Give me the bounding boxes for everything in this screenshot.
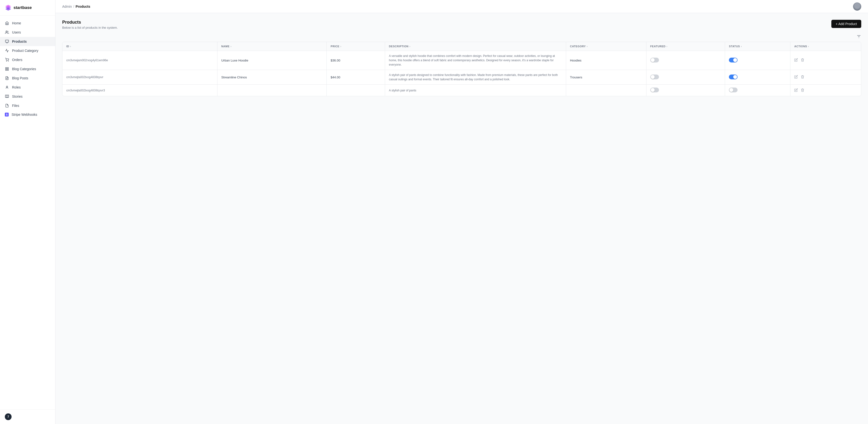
cell-featured[interactable] [646, 51, 725, 70]
featured-toggle[interactable] [650, 88, 659, 92]
sidebar-item-stripe-webhooks[interactable]: S Stripe Webhooks [0, 110, 55, 119]
delete-icon[interactable] [801, 88, 804, 93]
delete-icon[interactable] [801, 75, 804, 79]
delete-icon[interactable] [801, 58, 804, 62]
sidebar-item-orders[interactable]: Orders [0, 55, 55, 64]
avatar-image [853, 2, 861, 10]
sort-arrow-id: › [70, 45, 71, 48]
sidebar-item-blog-posts[interactable]: Blog Posts [0, 73, 55, 83]
stories-icon [5, 94, 9, 99]
blog-posts-icon [5, 76, 9, 80]
svg-point-7 [8, 61, 8, 61]
products-table-wrapper: ID › NAME › PRICE [62, 42, 861, 96]
app-name: startbase [13, 5, 32, 10]
sidebar-item-files[interactable]: Files [0, 101, 55, 110]
cell-featured[interactable] [646, 85, 725, 96]
sidebar-item-product-category-label: Product Category [12, 49, 38, 53]
cell-description: A stylish pair of pants designed to comb… [385, 70, 566, 85]
bottom-badge[interactable]: 7 [5, 414, 11, 420]
content-area: Products Below is a list of products in … [56, 13, 868, 424]
sidebar-item-users[interactable]: Users [0, 28, 55, 37]
sidebar-item-home-label: Home [12, 21, 21, 25]
sidebar-item-blog-categories[interactable]: Blog Categories [0, 64, 55, 73]
edit-icon[interactable] [794, 75, 798, 79]
home-icon [5, 21, 9, 25]
sort-arrow-desc: › [409, 45, 410, 48]
col-header-status[interactable]: STATUS › [725, 42, 790, 51]
col-header-price[interactable]: PRICE › [327, 42, 385, 51]
col-header-featured[interactable]: FEATURED › [646, 42, 725, 51]
cell-id: cm3vmejta002txog4838tqxvr [62, 70, 217, 85]
sidebar-nav: Home Users Products Product Category Ord [0, 16, 55, 409]
topbar: Admin / Products [56, 0, 868, 13]
sidebar-item-files-label: Files [12, 104, 19, 108]
main-area: Admin / Products Products Below is a lis… [56, 0, 868, 424]
cell-id: cm3vmejam002rxog4y61wm96e [62, 51, 217, 70]
sort-arrow-status: › [741, 45, 742, 48]
col-header-description[interactable]: DESCRIPTION › [385, 42, 566, 51]
table-row: cm3vmejta002txog4838tqxvrStreamline Chin… [62, 70, 861, 85]
cell-price: $44.00 [327, 70, 385, 85]
featured-toggle[interactable] [650, 58, 659, 62]
col-header-id[interactable]: ID › [62, 42, 217, 51]
cell-status[interactable] [725, 51, 790, 70]
breadcrumb-parent[interactable]: Admin [62, 5, 72, 8]
cell-category: Trousers [566, 70, 646, 85]
products-table: ID › NAME › PRICE [62, 42, 861, 96]
sidebar: startbase Home Users Products Product C [0, 0, 56, 424]
sidebar-item-products[interactable]: Products [0, 37, 55, 46]
roles-icon [5, 85, 9, 89]
filter-icon[interactable] [857, 34, 861, 40]
cell-name: Urban Luxe Hoodie [217, 51, 327, 70]
status-toggle[interactable] [729, 58, 738, 62]
breadcrumb-separator: / [73, 5, 74, 8]
cell-category [566, 85, 646, 96]
sort-arrow-cat: › [587, 45, 588, 48]
cell-status[interactable] [725, 70, 790, 85]
cell-description: A versatile and stylish hoodie that comb… [385, 51, 566, 70]
status-toggle[interactable] [729, 88, 738, 92]
table-row: cm3vmejam002rxog4y61wm96eUrban Luxe Hood… [62, 51, 861, 70]
sort-arrow-name: › [230, 45, 231, 48]
cell-name [217, 85, 327, 96]
svg-rect-9 [7, 67, 8, 69]
col-header-category[interactable]: CATEGORY › [566, 42, 646, 51]
add-product-button[interactable]: + Add Product [831, 20, 861, 28]
user-avatar[interactable] [853, 2, 861, 10]
sidebar-item-stripe-webhooks-label: Stripe Webhooks [11, 113, 37, 117]
sidebar-item-products-label: Products [12, 39, 27, 43]
table-header: ID › NAME › PRICE [62, 42, 861, 51]
page-subtitle: Below is a list of products in the syste… [62, 26, 118, 29]
cell-featured[interactable] [646, 70, 725, 85]
sidebar-item-home[interactable]: Home [0, 19, 55, 28]
blog-categories-icon [5, 67, 9, 71]
svg-rect-11 [7, 69, 8, 70]
col-header-actions[interactable]: ACTIONS › [790, 42, 861, 51]
cell-actions [790, 51, 861, 70]
svg-point-14 [6, 86, 7, 87]
status-toggle[interactable] [729, 74, 738, 79]
col-header-name[interactable]: NAME › [217, 42, 327, 51]
edit-icon[interactable] [794, 88, 798, 93]
edit-icon[interactable] [794, 58, 798, 62]
orders-icon [5, 58, 9, 62]
cell-description: A stylish pair of pants [385, 85, 566, 96]
sidebar-item-orders-label: Orders [12, 58, 23, 62]
sidebar-item-roles[interactable]: Roles [0, 83, 55, 92]
cell-status[interactable] [725, 85, 790, 96]
cell-id: cm3vmejta002txog4838tqxvr3 [62, 85, 217, 96]
sidebar-item-blog-categories-label: Blog Categories [12, 67, 36, 71]
svg-point-4 [6, 31, 7, 32]
stripe-icon: S [5, 113, 9, 117]
breadcrumb: Admin / Products [62, 5, 90, 8]
cell-price: $36.00 [327, 51, 385, 70]
breadcrumb-current: Products [76, 5, 90, 8]
sidebar-item-product-category[interactable]: Product Category [0, 46, 55, 55]
table-row: cm3vmejta002txog4838tqxvr3A stylish pair… [62, 85, 861, 96]
page-header: Products Below is a list of products in … [62, 20, 861, 29]
page-header-text: Products Below is a list of products in … [62, 20, 118, 29]
featured-toggle[interactable] [650, 74, 659, 79]
svg-rect-8 [5, 67, 7, 69]
sidebar-item-stories[interactable]: Stories [0, 92, 55, 101]
files-icon [5, 103, 9, 108]
